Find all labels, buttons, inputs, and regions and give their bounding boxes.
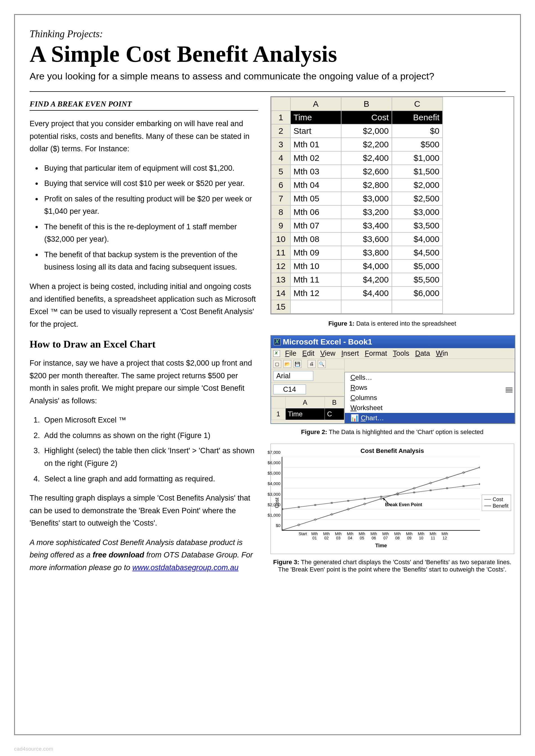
table-cell: $2,400 xyxy=(341,151,392,165)
menu-item[interactable]: Win xyxy=(436,349,448,357)
menu-item[interactable]: Format xyxy=(365,349,387,357)
new-file-icon[interactable]: ▢ xyxy=(273,360,281,368)
menu-item[interactable]: View xyxy=(320,349,336,357)
svg-rect-10 xyxy=(331,502,333,504)
chart-x-label: Time xyxy=(281,543,482,549)
x-tick-label: Mth04 xyxy=(344,532,356,541)
menu-item[interactable]: Tools xyxy=(393,349,409,357)
table-cell: Mth 02 xyxy=(291,151,341,165)
column-header: C xyxy=(392,97,442,111)
dropdown-item[interactable]: Rows xyxy=(345,383,515,392)
open-icon[interactable]: 📂 xyxy=(283,360,291,368)
ordered-list: Open Microsoft Excel ™ Add the columns a… xyxy=(42,414,258,485)
chart-icon: 📊 xyxy=(351,414,361,422)
table-cell: $3,000 xyxy=(341,192,392,205)
excel-titlebar: Microsoft Excel - Book1 xyxy=(271,336,515,348)
row-header: 3 xyxy=(271,138,291,151)
svg-rect-17 xyxy=(446,487,448,489)
row-header: 5 xyxy=(271,165,291,178)
body-paragraph: For instance, say we have a project that… xyxy=(30,357,258,407)
y-tick-label: $5,000 xyxy=(268,471,281,475)
list-item: The benefit of that backup system is the… xyxy=(42,248,258,274)
y-tick-label: $7,000 xyxy=(268,450,281,455)
row-header: 11 xyxy=(271,246,291,259)
svg-rect-11 xyxy=(347,500,349,502)
row-header: 15 xyxy=(271,300,291,313)
table-cell: Mth 08 xyxy=(291,232,341,246)
y-tick-label: $2,000 xyxy=(268,502,281,507)
table-cell: $2,800 xyxy=(341,178,392,192)
table-cell: Mth 09 xyxy=(291,246,341,259)
y-tick-label: $1,000 xyxy=(268,512,281,517)
figure-2-caption: Figure 2: The Data is highlighted and th… xyxy=(270,428,514,436)
list-item: Select a line graph and add formatting a… xyxy=(42,472,258,485)
save-icon[interactable]: 💾 xyxy=(294,360,301,368)
table-cell: Mth 01 xyxy=(291,138,341,151)
table-cell: $2,000 xyxy=(392,178,442,192)
svg-marker-34 xyxy=(383,498,385,500)
menu-item[interactable]: Insert xyxy=(341,349,359,357)
row-header: 14 xyxy=(271,286,291,300)
x-tick-label: Mth07 xyxy=(380,532,392,541)
table-cell: $4,000 xyxy=(392,232,442,246)
y-tick-label: $6,000 xyxy=(268,460,281,465)
table-cell: $3,000 xyxy=(392,205,442,219)
x-tick-label: Mth06 xyxy=(368,532,380,541)
table-cell: $500 xyxy=(392,138,442,151)
x-tick-label: Mth10 xyxy=(415,532,427,541)
excel-menubar: File Edit View Insert Format Tools Data … xyxy=(271,348,515,359)
svg-rect-9 xyxy=(314,504,316,506)
svg-rect-16 xyxy=(430,490,432,491)
bullet-list: Buying that particular item of equipment… xyxy=(42,162,258,274)
y-tick-label: $4,000 xyxy=(268,481,281,486)
table-cell: $4,200 xyxy=(341,273,392,286)
menu-item[interactable]: Data xyxy=(415,349,430,357)
dropdown-item[interactable]: Worksheet xyxy=(345,403,515,413)
chart-title: Cost Benefit Analysis xyxy=(273,447,511,455)
font-selector[interactable]: Arial xyxy=(273,371,313,381)
list-item: Buying that service will cost $10 per we… xyxy=(42,177,258,190)
table-cell: $4,400 xyxy=(341,286,392,300)
chart-annotation: Break Even Point xyxy=(385,502,422,507)
svg-rect-8 xyxy=(298,506,300,508)
svg-rect-12 xyxy=(364,498,366,500)
body-paragraph: The resulting graph displays a simple 'C… xyxy=(30,492,258,529)
list-item: Profit on sales of the resulting product… xyxy=(42,193,258,218)
cell-reference-box[interactable]: C14 xyxy=(273,385,306,394)
table-cell: $4,000 xyxy=(341,259,392,273)
footer-link[interactable]: www.ostdatabasegroup.com.au xyxy=(132,563,239,572)
table-cell: Mth 10 xyxy=(291,259,341,273)
table-cell: $2,600 xyxy=(341,165,392,178)
excel-doc-icon xyxy=(273,350,280,357)
dropdown-item[interactable]: 📊 Chart… xyxy=(345,413,515,423)
svg-rect-13 xyxy=(380,496,382,498)
x-tick-label: Mth09 xyxy=(404,532,415,541)
row-header: 13 xyxy=(271,273,291,286)
dropdown-item[interactable]: Columns xyxy=(345,392,515,403)
subheading: How to Draw an Excel Chart xyxy=(30,338,258,350)
table-cell: $0 xyxy=(392,124,442,138)
dropdown-item[interactable]: Cells… xyxy=(345,372,515,383)
body-paragraph: Every project that you consider embarkin… xyxy=(30,118,258,155)
row-header: 10 xyxy=(271,232,291,246)
table-cell: $1,000 xyxy=(392,151,442,165)
subtitle: Are you looking for a simple means to as… xyxy=(30,71,505,82)
menu-item[interactable]: File xyxy=(285,349,296,357)
x-tick-label: Start xyxy=(297,532,309,541)
svg-rect-19 xyxy=(479,483,480,485)
justify-icon[interactable] xyxy=(506,386,513,394)
excel-toolbar: ▢ 📂 💾 🖨 🔍 xyxy=(271,359,344,369)
menu-item[interactable]: Edit xyxy=(302,349,314,357)
row-header: 2 xyxy=(271,124,291,138)
column-header: A xyxy=(291,97,341,111)
table-cell: $2,000 xyxy=(341,124,392,138)
list-item: Highlight (select) the table then click … xyxy=(42,445,258,470)
list-item: Open Microsoft Excel ™ xyxy=(42,414,258,426)
preview-icon[interactable]: 🔍 xyxy=(318,360,326,368)
table-cell: $1,500 xyxy=(392,165,442,178)
print-icon[interactable]: 🖨 xyxy=(308,360,316,368)
row-header: 6 xyxy=(271,178,291,192)
table-cell: $5,000 xyxy=(392,259,442,273)
x-tick-label: Mth05 xyxy=(356,532,368,541)
row-header: 9 xyxy=(271,219,291,232)
